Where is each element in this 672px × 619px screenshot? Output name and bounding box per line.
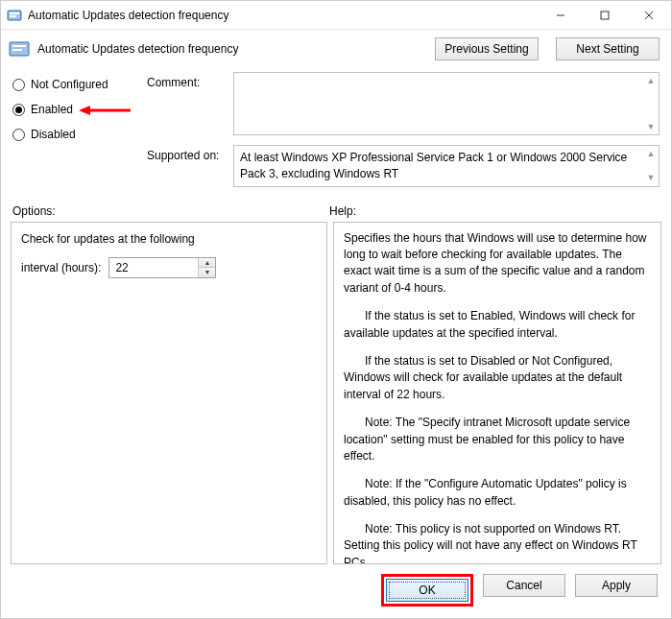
minimize-button[interactable] (539, 1, 583, 30)
scrollbar[interactable]: ▲ ▼ (643, 146, 659, 186)
scrollbar[interactable]: ▲ ▼ (643, 73, 659, 134)
window-title: Automatic Updates detection frequency (28, 9, 539, 22)
dialog-footer: OK Cancel Apply (1, 564, 671, 618)
radio-circle-icon (12, 79, 25, 91)
apply-button[interactable]: Apply (575, 574, 658, 597)
cancel-button[interactable]: Cancel (483, 574, 565, 597)
scroll-down-icon[interactable]: ▼ (643, 171, 659, 186)
svg-rect-1 (10, 12, 19, 14)
radio-enabled[interactable]: Enabled (12, 103, 147, 116)
svg-rect-9 (12, 49, 22, 51)
app-icon (7, 8, 22, 23)
interval-label: interval (hours): (21, 261, 101, 274)
svg-rect-4 (601, 12, 609, 19)
ok-button[interactable]: OK (386, 579, 468, 602)
supported-on-box: At least Windows XP Professional Service… (233, 145, 660, 187)
supported-on-label: Supported on: (147, 145, 233, 162)
options-label: Options: (12, 204, 329, 218)
help-paragraph: Note: This policy is not supported on Wi… (344, 521, 651, 564)
previous-setting-button[interactable]: Previous Setting (435, 37, 539, 60)
titlebar: Automatic Updates detection frequency (1, 1, 671, 30)
radio-label: Not Configured (31, 78, 108, 91)
form-column: Comment: ▲ ▼ Supported on: At least Wind… (147, 72, 660, 197)
svg-rect-2 (10, 15, 16, 17)
radio-circle-filled-icon (12, 104, 25, 116)
comment-textarea[interactable]: ▲ ▼ (233, 72, 660, 135)
spinner-up-icon[interactable]: ▲ (199, 258, 215, 268)
interval-input[interactable] (109, 258, 198, 277)
radio-label: Enabled (31, 103, 73, 116)
help-paragraph: Note: If the "Configure Automatic Update… (344, 476, 651, 510)
help-paragraph: If the status is set to Enabled, Windows… (344, 308, 651, 342)
help-paragraph: Specifies the hours that Windows will us… (344, 230, 651, 298)
help-label: Help: (329, 204, 356, 218)
spinner-down-icon[interactable]: ▼ (199, 267, 215, 277)
panels: Check for updates at the following inter… (1, 222, 671, 564)
interval-spinner[interactable]: ▲ ▼ (108, 257, 216, 278)
section-labels: Options: Help: (1, 197, 671, 222)
supported-on-text: At least Windows XP Professional Service… (240, 151, 627, 180)
maximize-button[interactable] (583, 1, 627, 30)
svg-rect-8 (12, 45, 26, 47)
next-setting-button[interactable]: Next Setting (556, 37, 660, 60)
policy-editor-window: Automatic Updates detection frequency Au… (0, 0, 672, 619)
policy-title: Automatic Updates detection frequency (37, 42, 427, 56)
scroll-up-icon[interactable]: ▲ (643, 146, 659, 161)
config-area: Not Configured Enabled Disabled Comment: (1, 64, 671, 197)
radio-label: Disabled (31, 128, 76, 141)
close-button[interactable] (627, 1, 671, 30)
scroll-down-icon[interactable]: ▼ (643, 119, 659, 134)
help-paragraph: Note: The "Specify intranet Microsoft up… (344, 415, 651, 464)
annotation-highlight: OK (381, 574, 473, 607)
svg-marker-11 (79, 106, 90, 115)
comment-label: Comment: (147, 72, 233, 89)
options-line1: Check for updates at the following (21, 232, 317, 246)
header-row: Automatic Updates detection frequency Pr… (1, 30, 671, 64)
policy-icon (9, 38, 30, 60)
options-panel: Check for updates at the following inter… (11, 222, 327, 564)
help-panel: Specifies the hours that Windows will us… (333, 222, 661, 564)
annotation-arrow-icon (79, 103, 131, 116)
help-paragraph: If the status is set to Disabled or Not … (344, 353, 651, 403)
radio-circle-icon (12, 129, 25, 141)
scroll-up-icon[interactable]: ▲ (643, 73, 659, 88)
state-radio-group: Not Configured Enabled Disabled (12, 72, 147, 197)
radio-disabled[interactable]: Disabled (12, 128, 147, 141)
radio-not-configured[interactable]: Not Configured (12, 78, 147, 91)
